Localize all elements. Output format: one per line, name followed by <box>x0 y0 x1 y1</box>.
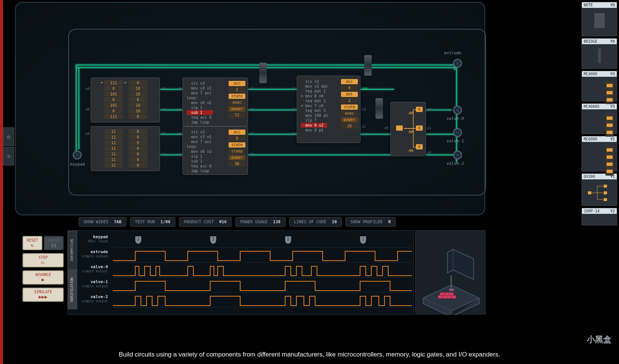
rom2-col1: 11111111111111 <box>104 129 123 168</box>
extrude-port <box>453 59 462 68</box>
status-bar: SHOW WIRESTAB TEST RUN1/80 PRODUCT COST¥… <box>79 217 431 227</box>
info-tab[interactable]: INFORMATION <box>68 231 77 270</box>
rom1-col1: 111010101010111 <box>104 80 123 119</box>
reset-button[interactable]: RESET↻ <box>22 236 42 250</box>
dx-chip[interactable]: 0 0 0 <box>390 102 426 156</box>
valve0-port <box>453 106 462 115</box>
parts-panel: NOTE¥0 BRIDGE¥0 MC4000¥3 MC4000X¥3 MC600… <box>582 2 617 316</box>
caption: Build circuits using a variety of compon… <box>0 351 619 358</box>
svg-rect-4 <box>443 295 447 298</box>
cost-stat: PRODUCT COST¥16 <box>179 217 232 227</box>
part-note[interactable]: NOTE¥0 <box>582 2 617 36</box>
svg-rect-11 <box>604 191 607 194</box>
show-profiler-button[interactable]: SHOW PROFILERR <box>345 217 396 227</box>
part-mc6000[interactable]: MC6000¥5 <box>582 136 617 172</box>
part-bridge[interactable]: BRIDGE¥0 <box>582 38 617 69</box>
svg-point-7 <box>449 289 452 291</box>
verification-panel: INFORMATION VERIFICATION keypadXBus inpu… <box>67 230 414 315</box>
svg-rect-0 <box>440 292 444 295</box>
mc-chip-3[interactable]: slx x3 mov x3 dat teq dat 1 + mov 0 x0 t… <box>297 76 360 143</box>
svg-point-8 <box>452 289 454 291</box>
valve2-port <box>453 151 462 160</box>
valve2-label: valve-2 <box>447 161 464 166</box>
svg-rect-6 <box>452 295 456 298</box>
pause-button[interactable]: PAUSE❚❚ <box>44 236 64 250</box>
svg-rect-9 <box>588 191 591 194</box>
mc-chip-2[interactable]: slx x3 mov x3 x1 mov 7 acc loop: mov x0 … <box>182 126 248 175</box>
watermark: 小黑盒 <box>587 334 612 345</box>
step-button[interactable]: STEP▷ <box>22 253 64 267</box>
test-run-stat: TEST RUN1/80 <box>130 217 175 227</box>
part-mc4000[interactable]: MC4000¥3 <box>582 71 617 101</box>
svg-rect-1 <box>444 292 449 295</box>
mc3-code: slx x3 mov x3 dat teq dat 1 + mov 0 x0 t… <box>301 79 328 133</box>
mc2-code: slx x3 mov x3 x1 mov 7 acc loop: mov x0 … <box>187 130 211 173</box>
loc-stat: LINES OF CODE28 <box>289 217 342 227</box>
mc-chip-1[interactable]: slx x3 mov x3 x1 mov 7 acc loop: mov x0 … <box>182 78 248 126</box>
rom-chip-2[interactable]: 11111111111111 0000000 <box>91 126 160 171</box>
valve1-port <box>453 128 462 137</box>
advance-button[interactable]: ADVANCE▶ <box>22 270 64 285</box>
back-tab[interactable]: ⊃ <box>3 147 14 166</box>
mc1-code: slx x3 mov x3 x1 mov 7 acc loop: mov x0 … <box>187 81 213 125</box>
extrude-label: extrude <box>444 51 461 55</box>
valve1-label: valve-1 <box>447 139 464 143</box>
keypad-label: keypad <box>70 162 85 167</box>
valve0-label: valve-0 <box>447 116 464 121</box>
part-100p14[interactable]: 100P-14¥2 <box>582 208 617 225</box>
part-mc4000x[interactable]: MC4000X¥3 <box>582 103 617 134</box>
simulate-button[interactable]: SIMULATE▶▶▶ <box>22 288 64 302</box>
svg-rect-2 <box>449 292 453 295</box>
preview-3d <box>415 230 486 315</box>
keypad-port <box>73 151 82 160</box>
svg-rect-3 <box>438 295 443 298</box>
svg-rect-5 <box>447 295 452 298</box>
rom1-col2: 01010010100 <box>129 80 147 119</box>
svg-rect-10 <box>604 185 607 188</box>
show-wires-button[interactable]: SHOW WIRESTAB <box>79 217 126 227</box>
verification-tab[interactable]: VERIFICATION <box>68 270 77 309</box>
part-dx300[interactable]: DX300¥1 <box>582 173 617 206</box>
home-tab[interactable]: ⌂ <box>3 127 14 146</box>
rom2-col2: 0000000 <box>129 129 147 168</box>
sim-controls: RESET↻ PAUSE❚❚ STEP▷ ADVANCE▶ SIMULATE▶▶… <box>22 236 64 305</box>
circuit-board[interactable]: extrude keypad valve-0 valve-1 valve-2 ◄… <box>15 2 485 215</box>
svg-rect-12 <box>604 198 607 201</box>
rom-chip-1[interactable]: ◄► 111010101010111 01010010100 <box>91 78 160 122</box>
power-stat: POWER USAGE138 <box>235 217 286 227</box>
